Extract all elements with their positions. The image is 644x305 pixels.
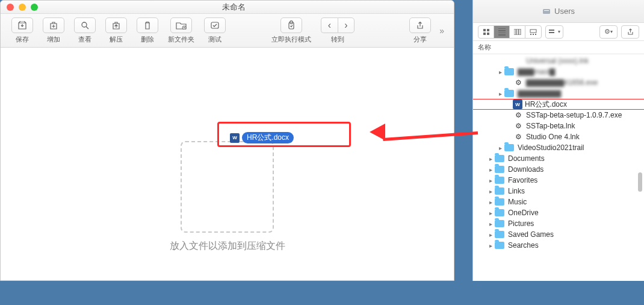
svg-rect-15 <box>530 34 531 35</box>
tree-row-label: Music <box>508 198 527 206</box>
disclosure-triangle-icon[interactable]: ▸ <box>488 221 494 227</box>
tree-row[interactable]: ▸Links <box>473 186 644 197</box>
finder-titlebar[interactable]: Users <box>473 0 644 23</box>
column-header-name[interactable]: 名称 <box>473 41 644 54</box>
disclosure-triangle-icon[interactable]: ▸ <box>488 199 494 206</box>
tree-row-label: ▇▇▇▇▇▇▇▇ <box>518 89 561 98</box>
folder-icon <box>504 144 514 151</box>
svg-rect-8 <box>487 29 489 31</box>
tree-row[interactable]: ▸Downloads <box>473 164 644 175</box>
drive-icon <box>542 8 551 15</box>
tree-row-label: Searches <box>508 241 539 250</box>
tree-row[interactable]: ▸▇▇▇mast▇ <box>473 66 644 77</box>
tree-row[interactable]: ⚙▇▇▇▇▇▇▇41656.exe <box>473 77 644 88</box>
tree-row[interactable]: ▸OneDrive <box>473 207 644 218</box>
drop-zone-outline <box>181 141 274 233</box>
disclosure-triangle-icon[interactable]: ▸ <box>488 231 494 238</box>
disclosure-triangle-icon[interactable]: ▸ <box>497 69 503 75</box>
tree-row[interactable]: ⚙SSTap-beta.lnk <box>473 121 644 131</box>
tree-row[interactable]: ▸VideoStudio2021trail <box>473 142 644 153</box>
tree-row[interactable]: ▸Pictures <box>473 218 644 229</box>
tree-row-label: ▇▇▇▇▇▇▇41656.exe <box>526 78 598 87</box>
tree-row-label: ▇▇▇mast▇ <box>518 68 555 76</box>
dragged-file[interactable]: W HR公式.docx <box>230 132 294 143</box>
tree-row[interactable]: ▸Music <box>473 197 644 207</box>
gallery-view-button[interactable] <box>525 26 541 38</box>
action-dropdown[interactable]: ⚙ ▾ <box>599 25 618 39</box>
tree-row[interactable]: ▸▇▇▇▇▇▇▇▇ <box>473 88 644 99</box>
folder-icon <box>495 231 504 238</box>
tree-row[interactable]: ▸Documents <box>473 153 644 164</box>
tree-row-label: VideoStudio2021trail <box>518 143 584 152</box>
tree-row[interactable]: WHR公式.docx <box>473 99 644 110</box>
file-tree: Universal (xxxx).lnk▸▇▇▇mast▇⚙▇▇▇▇▇▇▇416… <box>473 54 644 252</box>
extract-button[interactable]: 解压 <box>101 16 132 45</box>
view-mode-segment[interactable] <box>478 25 542 39</box>
folder-icon <box>495 155 504 162</box>
list-view-button[interactable] <box>494 26 510 38</box>
test-button[interactable]: 测试 <box>199 16 231 45</box>
gear-icon: ⚙ <box>514 122 522 130</box>
svg-point-0 <box>82 22 87 27</box>
tree-row-label: SSTap-beta-setup-1.0.9.7.exe <box>526 111 622 119</box>
disclosure-triangle-icon[interactable]: ▸ <box>488 156 494 162</box>
word-icon: W <box>230 133 240 143</box>
svg-rect-2 <box>211 22 218 28</box>
svg-rect-14 <box>530 30 536 33</box>
save-button[interactable]: 保存 <box>7 16 38 45</box>
folder-icon <box>495 198 504 206</box>
add-button[interactable]: 增加 <box>38 16 69 45</box>
new-folder-button[interactable]: 新文件夹 <box>163 16 199 45</box>
tree-row-label: Saved Games <box>508 230 554 239</box>
finder-window: Users ▾ ⚙ ▾ 名称 Universal (xxxx).lnk▸▇▇▇m… <box>472 0 644 281</box>
share-button[interactable]: 分享 <box>404 16 436 45</box>
tree-row[interactable]: Universal (xxxx).lnk <box>473 55 644 66</box>
view-button[interactable]: 查看 <box>69 16 101 45</box>
folder-icon <box>495 220 504 227</box>
finder-title: Users <box>554 7 575 16</box>
folder-icon <box>495 209 504 216</box>
disclosure-triangle-icon[interactable]: ▸ <box>488 210 494 216</box>
disclosure-triangle-icon[interactable]: ▸ <box>497 90 503 97</box>
goto-button[interactable]: ‹›转到 <box>316 16 359 45</box>
overflow-chevrons-icon[interactable]: » <box>436 26 448 36</box>
folder-icon <box>495 187 504 195</box>
tree-row-label: Universal (xxxx).lnk <box>526 57 589 65</box>
maximize-icon[interactable] <box>31 4 38 11</box>
delete-button[interactable]: 删除 <box>132 16 163 45</box>
titlebar[interactable]: 未命名 <box>1 1 454 14</box>
svg-rect-12 <box>516 29 518 35</box>
tree-row[interactable]: ▸Favorites <box>473 175 644 186</box>
svg-rect-10 <box>487 33 489 35</box>
tree-row[interactable]: ▸Searches <box>473 240 644 251</box>
svg-rect-5 <box>543 9 550 14</box>
folder-icon <box>495 242 504 249</box>
svg-rect-17 <box>535 34 536 35</box>
disclosure-triangle-icon[interactable]: ▸ <box>488 166 494 173</box>
scrollbar-thumb[interactable] <box>638 172 642 192</box>
svg-rect-11 <box>514 29 516 35</box>
run-mode-button[interactable]: 立即执行模式 <box>267 16 316 45</box>
group-dropdown[interactable]: ▾ <box>545 25 563 39</box>
folder-icon <box>495 166 504 173</box>
share-button-finder[interactable] <box>621 25 639 39</box>
tree-row[interactable]: ⚙Studio One 4.lnk <box>473 131 644 142</box>
tree-row-label: Pictures <box>508 219 534 228</box>
minimize-icon[interactable] <box>19 4 26 11</box>
file-icon <box>514 57 522 65</box>
disclosure-triangle-icon[interactable]: ▸ <box>488 188 494 195</box>
tree-row-label: Downloads <box>508 165 543 174</box>
column-view-button[interactable] <box>510 26 525 38</box>
disclosure-triangle-icon[interactable]: ▸ <box>497 145 503 151</box>
dragged-file-label: HR公式.docx <box>242 132 294 143</box>
tree-row[interactable]: ⚙SSTap-beta-setup-1.0.9.7.exe <box>473 110 644 121</box>
disclosure-triangle-icon[interactable]: ▸ <box>488 177 494 184</box>
svg-rect-6 <box>544 10 549 11</box>
tree-row-label: Favorites <box>508 176 537 184</box>
tree-row[interactable]: ▸Saved Games <box>473 229 644 240</box>
word-icon: W <box>513 99 522 109</box>
folder-icon <box>504 90 514 97</box>
icon-view-button[interactable] <box>478 26 494 38</box>
disclosure-triangle-icon[interactable]: ▸ <box>488 242 494 249</box>
close-icon[interactable] <box>7 4 14 11</box>
